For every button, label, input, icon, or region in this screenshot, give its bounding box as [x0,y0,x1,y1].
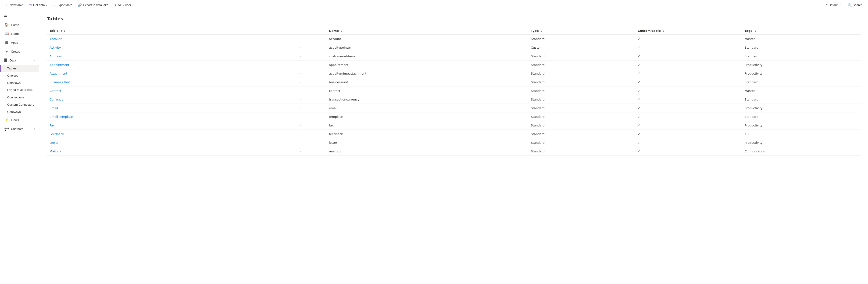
row-menu-button[interactable]: ··· [299,123,305,127]
cell-table-name[interactable]: Email Template [47,112,296,121]
cell-type: Standard [528,78,635,86]
cell-table-name[interactable]: Feedback [47,130,296,138]
default-label: Default [829,3,838,7]
cell-customizable: ✓ [635,138,742,147]
sidebar-item-connections[interactable]: Connections [0,94,39,101]
export-to-data-lake-button[interactable]: 🔗 Export to data lake [75,2,111,8]
customizable-check-icon: ✓ [638,115,641,118]
sidebar-item-tables[interactable]: Tables [0,65,39,72]
sidebar-item-export-lake[interactable]: Export to data lake [0,86,39,94]
row-menu-button[interactable]: ··· [299,62,305,67]
cell-dots: ··· [296,112,326,121]
ai-builder-chevron-icon: ▾ [132,4,133,6]
sidebar-create-label: Create [11,50,20,53]
sidebar-data-header[interactable]: 🗄 Data ▲ [0,56,39,65]
cell-tags: Standard [742,78,861,86]
col-header-type[interactable]: Type ↓ [528,27,635,35]
row-menu-button[interactable]: ··· [299,88,305,93]
cell-logical-name: appointment [326,60,528,69]
sidebar-item-choices[interactable]: Choices [0,72,39,79]
cell-customizable: ✓ [635,121,742,130]
default-button[interactable]: ≡ Default ▾ [823,2,843,8]
sidebar-item-home[interactable]: 🏠 Home [0,20,39,29]
sidebar: ☰ 🏠 Home 📖 Learn ⊞ Apps ＋ Create 🗄 Data … [0,10,39,284]
col-header-customizable[interactable]: Customizable ↓ [635,27,742,35]
ai-builder-button[interactable]: ✦ AI Builder ▾ [112,2,136,8]
cell-tags: Productivity [742,69,861,78]
row-menu-button[interactable]: ··· [299,45,305,50]
export-lake-label: Export to data lake [83,3,108,7]
cell-table-name[interactable]: Fax [47,121,296,130]
cell-table-name[interactable]: Activity [47,43,296,52]
sidebar-item-create[interactable]: ＋ Create [0,47,39,56]
col-header-table[interactable]: Table ↑ ↓ [47,27,296,35]
row-menu-button[interactable]: ··· [299,97,305,102]
cell-table-name[interactable]: Account [47,35,296,43]
cell-logical-name: contact [326,86,528,95]
export-data-button[interactable]: ⇢ Export data [51,2,75,8]
row-menu-button[interactable]: ··· [299,149,305,153]
row-menu-button[interactable]: ··· [299,132,305,136]
col-header-tags[interactable]: Tags ↓ [742,27,861,35]
sidebar-item-flows[interactable]: ⚡ Flows [0,115,39,124]
cell-table-name[interactable]: Letter [47,138,296,147]
cell-table-name[interactable]: Currency [47,95,296,104]
cell-table-name[interactable]: Contact [47,86,296,95]
row-menu-button[interactable]: ··· [299,54,305,58]
cell-dots: ··· [296,78,326,86]
cell-type: Standard [528,121,635,130]
cell-dots: ··· [296,69,326,78]
flows-icon: ⚡ [4,118,9,122]
get-data-button[interactable]: 🗃 Get data ▾ [26,2,50,8]
sidebar-item-apps[interactable]: ⊞ Apps [0,38,39,47]
toolbar: ＋ New table 🗃 Get data ▾ ⇢ Export data 🔗… [0,0,868,10]
cell-table-name[interactable]: Business Unit [47,78,296,86]
cell-tags: Standard [742,95,861,104]
cell-logical-name: transactioncurrency [326,95,528,104]
toolbar-right: ≡ Default ▾ 🔍 Search [823,2,865,8]
cell-logical-name: customeraddress [326,52,528,60]
sidebar-flows-label: Flows [11,118,19,122]
customizable-check-icon: ✓ [638,46,641,49]
cell-type: Standard [528,138,635,147]
default-chevron-icon: ▾ [839,4,841,6]
hamburger-button[interactable]: ☰ [0,10,39,20]
cell-table-name[interactable]: Email [47,104,296,112]
cell-customizable: ✓ [635,147,742,156]
sidebar-item-custom-connectors[interactable]: Custom Connectors [0,101,39,108]
cell-dots: ··· [296,35,326,43]
sidebar-item-dataflows[interactable]: Dataflows [0,79,39,86]
cell-table-name[interactable]: Address [47,52,296,60]
row-menu-button[interactable]: ··· [299,71,305,76]
chatbots-icon: 💬 [4,127,9,131]
row-menu-button[interactable]: ··· [299,36,305,41]
ai-builder-icon: ✦ [114,3,117,7]
table-header: Table ↑ ↓ Name ↓ Type ↓ Customizable ↓ [47,27,861,35]
ai-builder-label: AI Builder [118,3,131,7]
cell-table-name[interactable]: Mailbox [47,147,296,156]
hamburger-icon: ☰ [4,13,7,18]
sidebar-item-gateways[interactable]: Gateways [0,108,39,115]
cell-tags: Master [742,35,861,43]
apps-icon: ⊞ [4,40,9,45]
cell-tags: Master [742,86,861,95]
sidebar-apps-label: Apps [11,41,18,45]
get-data-label: Get data [33,3,45,7]
cell-tags: Productivity [742,121,861,130]
type-sort-icons: ↓ [541,30,542,32]
row-menu-button[interactable]: ··· [299,80,305,84]
row-menu-button[interactable]: ··· [299,140,305,145]
cell-customizable: ✓ [635,43,742,52]
new-table-button[interactable]: ＋ New table [3,2,26,8]
col-tags-label: Tags [745,29,752,32]
cell-table-name[interactable]: Attachment [47,69,296,78]
sidebar-item-learn[interactable]: 📖 Learn [0,29,39,38]
cell-customizable: ✓ [635,112,742,121]
row-menu-button[interactable]: ··· [299,114,305,119]
sidebar-item-chatbots[interactable]: 💬 Chatbots ▾ [0,124,39,133]
row-menu-button[interactable]: ··· [299,106,305,110]
cell-customizable: ✓ [635,60,742,69]
cell-table-name[interactable]: Appointment [47,60,296,69]
search-button[interactable]: 🔍 Search [845,2,865,8]
col-header-name[interactable]: Name ↓ [326,27,528,35]
